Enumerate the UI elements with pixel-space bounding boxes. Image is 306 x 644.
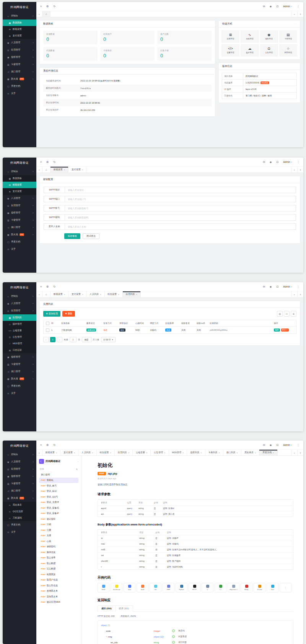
- tab[interactable]: 云端变量 ×: [133, 450, 151, 455]
- close-icon[interactable]: ×: [136, 293, 137, 296]
- export-icon[interactable]: ⊕: [291, 311, 296, 317]
- current-page-button[interactable]: 1: [50, 337, 55, 342]
- sidebar-item[interactable]: ◁ 接口管理 ∨: [3, 487, 36, 494]
- doc-nav-item[interactable]: POST 取云变量: [39, 555, 78, 561]
- lang-tab[interactable]: Dart: [267, 583, 278, 592]
- doc-nav-item[interactable]: 接口说明: [39, 472, 78, 478]
- page-size-select[interactable]: 10 条/页▾: [101, 337, 116, 342]
- row-checkbox[interactable]: [46, 329, 49, 332]
- quick-action[interactable]: ☁ 版本管理: [241, 44, 259, 57]
- sidebar-item[interactable]: ◉ 人员管理 ∨: [3, 458, 36, 465]
- sidebar-item[interactable]: ▦ 数据面板: [3, 175, 36, 182]
- sidebar-item[interactable]: </> 云端变量: [3, 327, 36, 334]
- tabs-menu-icon[interactable]: ∨: [297, 291, 303, 297]
- lang-tab[interactable]: PHP: [163, 583, 174, 592]
- sidebar-item[interactable]: ◎ 应用管理 ∧: [3, 307, 36, 314]
- close-icon[interactable]: ×: [82, 293, 83, 296]
- quick-action[interactable]: ◉ 授权管理: [260, 30, 278, 43]
- tab[interactable]: 邮箱设置 ×: [50, 291, 68, 297]
- close-icon[interactable]: ×: [92, 452, 93, 454]
- sidebar-item[interactable]: ▩ 防火墙 new ∨: [3, 375, 36, 382]
- lang-tab[interactable]: Java: [124, 583, 135, 592]
- doc-nav-item[interactable]: POST 取用户信息: [39, 577, 78, 583]
- next-page-button[interactable]: ›: [57, 337, 62, 342]
- sidebar-item[interactable]: ▩ 防火墙 new ∨: [3, 75, 36, 83]
- print-icon[interactable]: ⊡: [284, 311, 290, 317]
- sidebar-item[interactable]: ▦ 应用列表: [3, 314, 36, 321]
- lang-tab[interactable]: HTTP: [189, 583, 200, 592]
- sidebar-item[interactable]: ◈ 支付设置: [3, 33, 36, 39]
- sidebar-item[interactable]: ▥ 卡密管理 ∨: [3, 480, 36, 487]
- more-langs-button[interactable]: ⋮: [280, 583, 291, 592]
- quick-action[interactable]: ∿ 在线管理: [241, 30, 259, 43]
- user-menu[interactable]: Admin∨: [283, 444, 292, 446]
- tabs-scroll-left-icon[interactable]: «: [36, 11, 42, 17]
- field-input[interactable]: [65, 223, 296, 230]
- carousel-dots-icon[interactable]: ∙ ∙: [294, 23, 296, 25]
- lang-tab[interactable]: OCaml: [254, 583, 265, 592]
- sidebar-item[interactable]: ▥ 卡密管理 ∨: [3, 361, 36, 368]
- doc-nav-item[interactable]: POST 修改密码: [39, 544, 78, 550]
- sidebar-item[interactable]: ▢ 开发文档: [3, 382, 36, 390]
- add-app-button[interactable]: ⊕添加应用: [43, 311, 60, 316]
- sidebar-item[interactable]: ◎ 应用管理 ∨: [3, 46, 36, 54]
- doc-nav-item[interactable]: POST 登录_标识: [39, 489, 78, 494]
- tab[interactable]: 支付设置 ×: [60, 450, 78, 455]
- save-button[interactable]: 保存修改: [64, 233, 80, 239]
- quick-action[interactable]: ⊞ 应用管理: [221, 30, 239, 43]
- sidebar-item[interactable]: ⊙ 关于: [3, 529, 36, 536]
- close-icon[interactable]: ×: [82, 169, 83, 171]
- tab[interactable]: 应用列表 ×: [123, 291, 141, 297]
- message-icon[interactable]: ✉: [263, 5, 265, 8]
- sidebar-item[interactable]: ▣ 授权管理 ∨: [3, 54, 36, 61]
- sidebar-item[interactable]: ▣ 授权管理 ∨: [3, 209, 36, 216]
- tabs-scroll-left-icon[interactable]: «: [36, 167, 42, 172]
- sidebar-item[interactable]: ◁ 接口管理 ∨: [3, 224, 36, 231]
- doc-nav-item[interactable]: POST 注销: [39, 522, 78, 528]
- close-icon[interactable]: ×: [100, 293, 101, 296]
- tabs-scroll-right-icon[interactable]: »: [291, 450, 297, 455]
- fullscreen-icon[interactable]: ⊡: [276, 161, 278, 163]
- page-jump-confirm-button[interactable]: 确定: [82, 337, 91, 342]
- tab[interactable]: 卡类列表 ×: [205, 450, 223, 455]
- fullscreen-icon[interactable]: ⊡: [276, 444, 278, 446]
- response-tab[interactable]: 错误 (201): [115, 605, 133, 612]
- tabs-scroll-left-icon[interactable]: «: [36, 291, 42, 297]
- edit-button[interactable]: 编辑: [274, 329, 280, 332]
- doc-nav-item[interactable]: POST 验证应用MD5: [39, 600, 78, 605]
- close-icon[interactable]: ×: [64, 169, 65, 171]
- menu-toggle-icon[interactable]: ≡: [40, 161, 42, 163]
- close-icon[interactable]: ×: [64, 293, 65, 296]
- tabs-scroll-right-icon[interactable]: »: [291, 11, 297, 17]
- search-icon[interactable]: ○: [77, 460, 78, 463]
- gear-icon[interactable]: ⚙: [46, 161, 49, 163]
- more-icon[interactable]: ⋮: [297, 5, 299, 8]
- refresh-icon[interactable]: ↻: [53, 161, 55, 163]
- lang-tab[interactable]: C#: [215, 583, 226, 592]
- lang-tab[interactable]: Ruby: [241, 583, 252, 592]
- close-icon[interactable]: ×: [110, 452, 111, 454]
- response-tab[interactable]: 成功 (200): [98, 605, 115, 612]
- sidebar-item[interactable]: ◇ 版本管理: [3, 321, 36, 327]
- message-icon[interactable]: ✉: [263, 285, 265, 288]
- page-jump-input[interactable]: 1: [70, 337, 76, 342]
- sidebar-item[interactable]: ▥ 卡密管理 ∨: [3, 61, 36, 68]
- lang-tab[interactable]: Objective-C: [228, 583, 239, 592]
- gear-icon[interactable]: ⚙: [46, 5, 49, 8]
- more-icon[interactable]: ⋮: [297, 161, 299, 163]
- refresh-icon[interactable]: ↻: [53, 444, 55, 446]
- tab[interactable]: 公告管理 ×: [151, 450, 169, 455]
- quick-action[interactable]: ☆ MD5管理: [279, 44, 297, 57]
- tab[interactable]: 邮箱设置 ×: [50, 167, 68, 172]
- close-icon[interactable]: ×: [146, 452, 147, 454]
- tab[interactable]: 应用列表 ×: [115, 450, 133, 455]
- sort-icon[interactable]: ⇅: [76, 468, 78, 470]
- tab[interactable]: ⌂: [42, 291, 50, 297]
- lang-tab[interactable]: C: [202, 583, 213, 592]
- tabs-scroll-right-icon[interactable]: »: [291, 291, 297, 297]
- tabs-menu-icon[interactable]: ∨: [297, 167, 303, 172]
- sidebar-item[interactable]: ⊙ 关于: [3, 90, 36, 97]
- tab[interactable]: 授权列表 ×: [187, 450, 205, 455]
- sidebar-item[interactable]: ✉ 邮箱设置: [3, 182, 36, 188]
- menu-toggle-icon[interactable]: ≡: [40, 444, 42, 446]
